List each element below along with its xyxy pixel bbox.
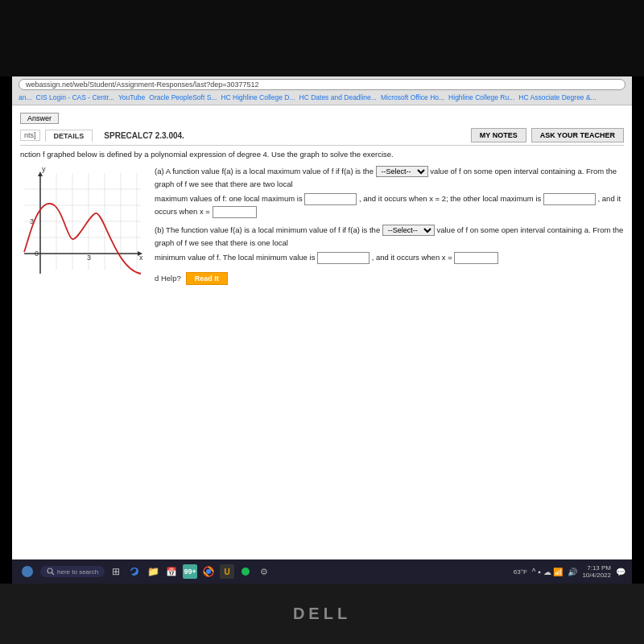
svg-text:0: 0 (35, 250, 39, 258)
problem-area: (a) A function value f(a) is a local max… (155, 165, 624, 285)
problem-id: SPRECALC7 2.3.004. (104, 131, 184, 140)
bookmark-an[interactable]: an... (19, 93, 32, 101)
temperature-display: 63°F (514, 568, 527, 576)
problem-description: nction f graphed below is defined by a p… (20, 150, 624, 159)
bookmark-associate[interactable]: HC Associate Degree &... (518, 93, 596, 101)
taskbar-icon-edge[interactable] (127, 564, 142, 579)
svg-point-25 (206, 569, 211, 574)
graph-container: y x 0 3 3 (20, 165, 145, 289)
ask-teacher-button[interactable]: ASK YOUR TEACHER (531, 128, 624, 142)
bookmark-dates[interactable]: HC Dates and Deadline... (299, 93, 377, 101)
part-a-row2: maximum values of f: one local maximum i… (155, 192, 624, 218)
laptop-bottom: DELL (0, 584, 644, 644)
help-row: d Help? Read It (155, 272, 624, 285)
details-tab[interactable]: DETAILS (45, 130, 93, 142)
svg-line-23 (52, 573, 55, 576)
taskbar-icon-app3[interactable] (238, 564, 253, 579)
svg-point-26 (242, 568, 250, 576)
taskbar-icon-settings[interactable]: ⚙ (257, 564, 271, 579)
part-a-text-4: , and it occurs when x = 2; the other lo… (359, 194, 541, 203)
svg-point-21 (22, 566, 33, 577)
tabs-left: nts] DETAILS SPRECALC7 2.3.004. (20, 130, 184, 142)
my-notes-button[interactable]: MY NOTES (471, 128, 526, 142)
search-text: here to search (57, 568, 98, 576)
svg-text:3: 3 (87, 254, 91, 262)
main-content: y x 0 3 3 (a) A function value f(a) is a… (20, 165, 624, 289)
part-b-row2: minimum value of f. The local minimum va… (155, 251, 624, 264)
header-row: nts] DETAILS SPRECALC7 2.3.004. MY NOTES… (20, 128, 624, 146)
part-b-select[interactable]: --Select-- greatest least (382, 225, 435, 236)
svg-text:x: x (139, 254, 143, 262)
svg-text:y: y (42, 165, 46, 173)
time-date-display: 7:13 PM 10/4/2022 (582, 564, 611, 579)
part-b: (b) The function value f(a) is a local m… (155, 224, 624, 250)
graph-svg: y x 0 3 3 (20, 165, 145, 286)
part-a-select[interactable]: --Select-- greatest least (376, 166, 428, 177)
taskbar-left: here to search ⊞ 📁 📅 99+ U ⚙ (19, 563, 271, 580)
start-button[interactable] (19, 563, 36, 580)
help-label: d Help? (155, 272, 181, 285)
taskbar-icon-app2[interactable]: U (220, 564, 234, 579)
svg-point-22 (47, 568, 52, 573)
bookmark-highline-ru[interactable]: Highline College Ru... (448, 93, 514, 101)
part-a-input-1[interactable] (304, 193, 357, 205)
part-a-input-2[interactable] (543, 193, 596, 205)
taskbar-icon-folder[interactable]: 📁 (146, 564, 160, 579)
address-bar[interactable]: webassign.net/web/Student/Assignment-Res… (19, 79, 625, 90)
time-display: 7:13 PM (582, 564, 611, 572)
buttons-right: MY NOTES ASK YOUR TEACHER (471, 128, 624, 142)
part-a-text-3: maximum values of f: one local maximum i… (155, 194, 303, 203)
browser-chrome: webassign.net/web/Student/Assignment-Res… (12, 76, 632, 105)
laptop-top (0, 0, 644, 76)
part-b-input-2[interactable] (454, 252, 498, 264)
part-a-text-1: (a) A function value f(a) is a local max… (155, 167, 374, 175)
taskbar-icon-widgets[interactable]: ⊞ (109, 564, 123, 579)
search-icon (47, 568, 55, 576)
bookmark-cis[interactable]: CIS Login - CAS - Centr... (36, 93, 114, 101)
part-b-text-1: (b) The function value f(a) is a local m… (155, 225, 380, 234)
bookmark-highline-d[interactable]: HC Highline College D... (221, 93, 295, 101)
search-bar[interactable]: here to search (40, 566, 105, 577)
taskbar-icon-calendar[interactable]: 📅 (164, 564, 179, 579)
taskbar-right: 63°F ^ ▪ ☁ 📶 🔊 7:13 PM 10/4/2022 💬 (514, 564, 625, 579)
taskbar-icon-app1[interactable]: 99+ (183, 564, 197, 579)
part-b-input-1[interactable] (317, 252, 369, 264)
notification-icon[interactable]: 💬 (616, 568, 625, 576)
date-display: 10/4/2022 (582, 572, 611, 579)
part-b-text-4: , and it occurs when x = (372, 253, 452, 262)
points-tab: nts] (20, 130, 40, 141)
taskbar-icons-right: ^ ▪ ☁ 📶 (532, 568, 564, 576)
webassign-area: Answer nts] DETAILS SPRECALC7 2.3.004. M… (12, 105, 632, 584)
bookmark-oracle[interactable]: Oracle PeopleSoft S... (149, 93, 217, 101)
part-a: (a) A function value f(a) is a local max… (155, 165, 624, 191)
part-a-input-3[interactable] (213, 206, 257, 218)
read-it-button[interactable]: Read It (186, 272, 228, 285)
volume-icon[interactable]: 🔊 (568, 568, 577, 576)
answer-button[interactable]: Answer (20, 113, 59, 124)
screen-content: webassign.net/web/Student/Assignment-Res… (12, 76, 632, 584)
taskbar: here to search ⊞ 📁 📅 99+ U ⚙ 63°F ^ ▪ ☁ … (12, 559, 632, 584)
dell-logo: DELL (293, 605, 351, 623)
taskbar-icon-chrome[interactable] (201, 564, 216, 579)
bookmark-msoffice[interactable]: Microsoft Office Ho... (381, 93, 444, 101)
bookmark-youtube[interactable]: YouTube (118, 93, 145, 101)
bookmarks-bar: an... CIS Login - CAS - Centr... YouTube… (19, 92, 625, 102)
part-b-text-3: minimum value of f. The local minimum va… (155, 253, 315, 262)
